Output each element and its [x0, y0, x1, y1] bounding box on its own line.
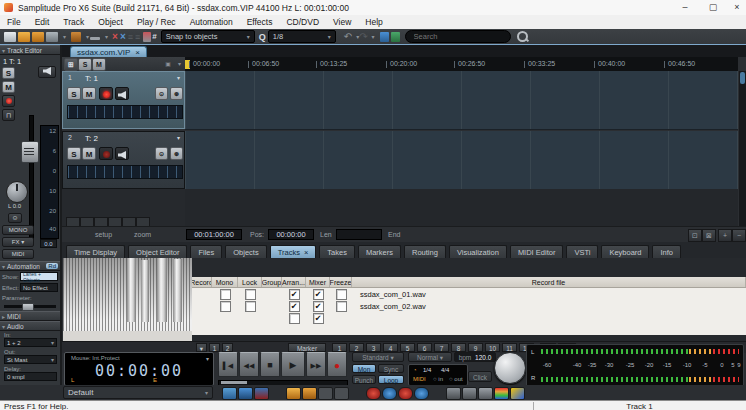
quantize-select[interactable]: 1/8 ▾	[268, 30, 336, 43]
marker-next-button[interactable]: 2	[222, 343, 233, 352]
nudge-left-icon[interactable]	[446, 387, 461, 400]
tab-tracks[interactable]: Tracks ×	[270, 245, 317, 258]
play-button[interactable]: ▶	[281, 352, 305, 377]
tab-takes[interactable]: Takes	[319, 245, 355, 258]
chevron-down-icon[interactable]: ▾	[206, 355, 209, 362]
pos-value-field[interactable]: 00:00:00	[268, 229, 314, 240]
track-header-1[interactable]: 1 T: 1 ▾ S M ⊙ ⊛	[62, 71, 185, 129]
arrange-lane-2[interactable]	[185, 131, 738, 190]
table-row[interactable]: ssdax_com_02.wav	[192, 300, 746, 312]
global-solo-icon[interactable]	[382, 387, 397, 400]
marker-1[interactable]: 1	[332, 343, 347, 352]
fx-button[interactable]: FX ▾	[2, 237, 34, 247]
zoom-out-button[interactable]: −	[732, 229, 746, 242]
menu-item-object[interactable]: Object	[91, 17, 130, 27]
crossfade-icon[interactable]: ×	[120, 31, 126, 42]
edit-pencil-icon[interactable]	[510, 387, 525, 400]
track1-settings-icon[interactable]: ⊛	[170, 87, 183, 100]
menu-item-file[interactable]: File	[0, 17, 28, 27]
stop-button[interactable]: ■	[260, 352, 280, 377]
col-mixer[interactable]: Mixer	[306, 277, 330, 287]
zoom-in-button[interactable]: +	[718, 229, 732, 242]
fit-project-icon[interactable]: ⊠	[702, 229, 716, 242]
view-mixer-icon[interactable]	[238, 387, 253, 400]
scrollbar-thumb[interactable]	[740, 72, 745, 84]
menu-item-help[interactable]: Help	[358, 17, 389, 27]
undo-icon[interactable]: ↶	[344, 31, 352, 42]
track2-record-button[interactable]	[99, 147, 113, 160]
punch-button[interactable]: Punch	[352, 375, 376, 384]
lock-icon[interactable]: ⊓	[2, 109, 15, 121]
range-marker2-icon[interactable]	[302, 387, 317, 400]
snap-mode-select[interactable]: Snap to objects ▾	[161, 30, 255, 43]
search-box[interactable]	[405, 30, 511, 43]
marker-label-button[interactable]: Marker	[288, 343, 326, 352]
marker-set-icon[interactable]: ▾	[196, 343, 207, 352]
grid-view-icon[interactable]	[478, 387, 493, 400]
tab-objects[interactable]: Objects	[225, 245, 266, 258]
col-group[interactable]: Group	[262, 277, 282, 287]
marker-prev-button[interactable]: 1	[209, 343, 220, 352]
phase-icon[interactable]: ⊙	[8, 213, 22, 223]
import-icon[interactable]	[32, 32, 44, 42]
save-icon[interactable]	[46, 32, 58, 42]
track-editor-header[interactable]: ▾ Track Editor	[0, 45, 60, 55]
tab-vsti[interactable]: VSTi	[566, 245, 598, 258]
col-record[interactable]: Record	[192, 277, 212, 287]
track2-solo-button[interactable]: S	[67, 147, 81, 160]
mouse-mode-icon[interactable]	[71, 32, 81, 42]
header-caret-icon[interactable]: ▾	[178, 60, 181, 67]
tab-object-editor[interactable]: Object Editor	[128, 245, 187, 258]
mono-checkbox[interactable]	[220, 301, 231, 312]
delay-value[interactable]: 0 smpl	[4, 372, 57, 381]
marker-tool-icon[interactable]	[391, 32, 400, 42]
len-value-field[interactable]	[336, 229, 382, 240]
freeze-checkbox[interactable]	[336, 289, 347, 300]
mixer-checkbox[interactable]	[313, 289, 324, 300]
tab-routing[interactable]: Routing	[404, 245, 446, 258]
color-tool-icon[interactable]	[380, 32, 389, 42]
lock-checkbox[interactable]	[245, 301, 256, 312]
arrange-checkbox[interactable]	[289, 301, 300, 312]
chevron-down-icon[interactable]: ▾	[177, 134, 180, 141]
mixer-checkbox[interactable]	[313, 313, 324, 324]
sync-button[interactable]: Sync	[378, 364, 404, 373]
global-record-icon[interactable]	[398, 387, 413, 400]
monitor-volume-knob[interactable]	[494, 352, 526, 384]
cut-icon[interactable]: ×	[112, 31, 118, 42]
arrange-lane-1[interactable]	[185, 71, 738, 130]
tab-markers[interactable]: Markers	[358, 245, 401, 258]
all-mute-button[interactable]: M	[92, 58, 106, 71]
slider-thumb[interactable]	[221, 381, 247, 384]
play-record-icon[interactable]	[254, 387, 269, 400]
menu-item-edit[interactable]: Edit	[28, 17, 57, 27]
search-input[interactable]	[406, 32, 504, 41]
tab-files[interactable]: Files	[190, 245, 222, 258]
mono-checkbox[interactable]	[220, 289, 231, 300]
header-mini-icon[interactable]: ▣	[165, 60, 171, 67]
automation-section-header[interactable]: ▾ Automation Rd	[0, 261, 60, 271]
track1-mute-button[interactable]: M	[82, 87, 96, 100]
visualization-icon[interactable]	[494, 387, 509, 400]
marker-4[interactable]: 4	[383, 343, 398, 352]
nudge-right-icon[interactable]	[462, 387, 477, 400]
range-marker-icon[interactable]	[286, 387, 301, 400]
effect-value-select[interactable]: No Effect	[20, 283, 58, 292]
table-row[interactable]	[192, 312, 746, 324]
freeze-checkbox[interactable]	[336, 301, 347, 312]
marker-6[interactable]: 6	[417, 343, 432, 352]
track2-monitor-button[interactable]	[115, 147, 129, 160]
tab-info[interactable]: Info	[652, 245, 681, 258]
audio-out-select[interactable]: St Mast▾	[4, 355, 57, 364]
track1-solo-button[interactable]: S	[67, 87, 81, 100]
col-arrange[interactable]: Arran...	[282, 277, 306, 287]
audio-in-select[interactable]: 1 + 2▾	[4, 338, 57, 347]
track-name[interactable]: T: 1	[85, 74, 98, 83]
global-mute-icon[interactable]	[366, 387, 381, 400]
midi-section-header[interactable]: ▸ MIDI	[0, 311, 60, 321]
global-monitor-icon[interactable]	[414, 387, 429, 400]
marker-11[interactable]: 11	[502, 343, 517, 352]
track2-settings-icon[interactable]: ⊛	[170, 147, 183, 160]
marker-5[interactable]: 5	[400, 343, 415, 352]
workspace-select[interactable]: Default ▾	[63, 386, 213, 399]
